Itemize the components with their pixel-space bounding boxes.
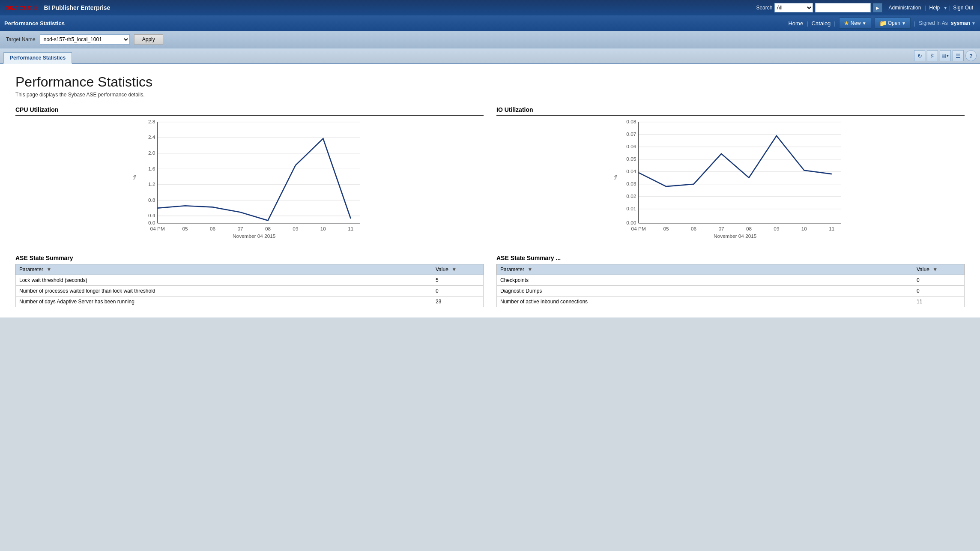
search-input[interactable] — [815, 3, 871, 12]
nav-separator-open: | — [914, 20, 915, 27]
table-row: Lock wait threshold (seconds)5 — [16, 275, 484, 286]
svg-text:%: % — [612, 175, 618, 180]
user-arrow-icon: ▼ — [971, 21, 976, 26]
new-arrow-icon: ▼ — [862, 21, 866, 26]
table1-col1-header[interactable]: Parameter ▼ — [16, 264, 432, 275]
ase-summary-table-2-body: Checkpoints0Diagnostic Dumps0Number of a… — [497, 275, 965, 307]
table-cell: Number of active inbound connections — [497, 296, 913, 307]
svg-text:0.01: 0.01 — [626, 206, 636, 212]
search-label: Search — [756, 5, 772, 11]
table-row: Number of days Adaptive Server has been … — [16, 296, 484, 307]
new-button-label: New — [851, 20, 861, 26]
svg-text:0.8: 0.8 — [148, 197, 155, 203]
col2-sort-icon: ▼ — [451, 267, 457, 273]
svg-text:0.0: 0.0 — [148, 220, 155, 226]
io-chart-svg: 0.08 0.07 0.06 0.05 0.04 0.03 0.02 0.01 … — [496, 117, 965, 242]
search-scope-select[interactable]: All Reports Data Models Folders — [774, 3, 813, 12]
home-button[interactable]: Home — [788, 20, 803, 27]
search-go-button[interactable]: ▶ — [873, 3, 882, 12]
bi-publisher-title: BI Publisher Enterprise — [44, 4, 111, 11]
table-cell: 0 — [913, 286, 965, 296]
io-line — [639, 136, 832, 186]
report-main-title: Performance Statistics — [15, 74, 965, 90]
table-cell: Number of processes waited longer than l… — [16, 286, 432, 296]
open-button-label: Open — [888, 20, 900, 26]
logo-area: ORACLE ® BI Publisher Enterprise — [4, 4, 110, 12]
new-button[interactable]: ★ New ▼ — [839, 18, 871, 29]
charts-section: CPU Utilization 2.8 2.4 2.0 1.6 — [15, 106, 965, 242]
svg-text:06: 06 — [691, 226, 697, 232]
new-icon: ★ — [844, 20, 849, 27]
svg-text:11: 11 — [829, 226, 834, 232]
svg-text:0.4: 0.4 — [148, 213, 155, 219]
nav-separator-home: | — [807, 20, 808, 27]
svg-text:04 PM: 04 PM — [631, 226, 646, 232]
report-tab-icons: ↻ ⎘ ▤▼ ☰ ? — [914, 50, 977, 63]
table2-col2-header[interactable]: Value ▼ — [913, 264, 965, 275]
cpu-chart-title: CPU Utilization — [15, 106, 484, 116]
svg-text:0.07: 0.07 — [626, 131, 636, 137]
table-cell: 0 — [913, 275, 965, 286]
help-link[interactable]: Help — [927, 5, 943, 11]
signed-in-label: Signed In As sysman ▼ — [919, 20, 976, 26]
administration-link[interactable]: Administration — [886, 5, 923, 11]
svg-text:November 04 2015: November 04 2015 — [233, 233, 276, 239]
svg-text:08: 08 — [265, 226, 271, 232]
open-button[interactable]: 📁 Open ▼ — [875, 18, 911, 29]
help-icon-btn[interactable]: ? — [965, 50, 977, 61]
signed-in-user: sysman — [951, 20, 970, 26]
svg-text:0.04: 0.04 — [626, 168, 636, 174]
nav-buttons-group: Home | Catalog | ★ New ▼ 📁 Open ▼ | Sign… — [788, 18, 976, 29]
print-icon-btn[interactable]: ⎘ — [927, 50, 938, 61]
parameter-bar: Target Name nod-s157-rh5_local_1001 Appl… — [0, 31, 980, 48]
oracle-logo: ORACLE ® — [4, 4, 38, 12]
svg-text:2.0: 2.0 — [148, 150, 155, 156]
performance-stats-nav-title: Performance Statistics — [4, 20, 788, 27]
svg-text:0.00: 0.00 — [626, 220, 636, 226]
nav-separator-catalog: | — [834, 20, 835, 27]
table2-col1-header[interactable]: Parameter ▼ — [497, 264, 913, 275]
table-cell: 5 — [432, 275, 484, 286]
cpu-line — [158, 138, 351, 220]
help-arrow-icon: ▼ — [943, 6, 947, 10]
secondary-navigation-bar: Performance Statistics Home | Catalog | … — [0, 15, 980, 31]
apply-button[interactable]: Apply — [134, 34, 163, 45]
report-tab[interactable]: Performance Statistics — [3, 52, 72, 64]
report-content: Performance Statistics This page display… — [0, 64, 980, 317]
refresh-icon-btn[interactable]: ↻ — [914, 50, 925, 61]
svg-text:11: 11 — [348, 226, 353, 232]
svg-text:07: 07 — [718, 226, 724, 232]
svg-text:0.06: 0.06 — [626, 144, 636, 150]
svg-text:05: 05 — [182, 226, 188, 232]
svg-text:05: 05 — [663, 226, 669, 232]
svg-text:0.08: 0.08 — [626, 119, 636, 125]
nav-separator-1: | — [924, 5, 926, 11]
svg-text:0.05: 0.05 — [626, 156, 636, 162]
svg-text:2.8: 2.8 — [148, 119, 155, 125]
list-icon-btn[interactable]: ☰ — [953, 50, 964, 61]
table-row: Diagnostic Dumps0 — [497, 286, 965, 296]
table-row: Number of active inbound connections11 — [497, 296, 965, 307]
ase-summary-table-1: Parameter ▼ Value ▼ Lock wait threshold … — [15, 264, 484, 307]
svg-text:0.03: 0.03 — [626, 181, 636, 187]
svg-text:10: 10 — [801, 226, 807, 232]
search-area: Search All Reports Data Models Folders ▶ — [756, 3, 882, 12]
ase-summary-table-1-body: Lock wait threshold (seconds)5Number of … — [16, 275, 484, 307]
signout-link[interactable]: Sign Out — [950, 5, 976, 11]
svg-text:0.02: 0.02 — [626, 193, 636, 199]
top-nav-links: Administration | Help ▼ | Sign Out — [886, 5, 976, 11]
table-row: Checkpoints0 — [497, 275, 965, 286]
table1-col2-header[interactable]: Value ▼ — [432, 264, 484, 275]
report-subtitle: This page displays the Sybase ASE perfor… — [15, 92, 965, 98]
table-cell: Number of days Adaptive Server has been … — [16, 296, 432, 307]
svg-text:10: 10 — [320, 226, 326, 232]
table-cell: Lock wait threshold (seconds) — [16, 275, 432, 286]
target-name-select[interactable]: nod-s157-rh5_local_1001 — [40, 34, 130, 45]
table2-col2-sort-icon: ▼ — [932, 267, 938, 273]
folder-icon: 📁 — [879, 20, 887, 27]
svg-text:09: 09 — [293, 226, 298, 232]
view-icon-btn[interactable]: ▤▼ — [940, 50, 951, 61]
tables-section: ASE State Summary Parameter ▼ Value ▼ — [15, 255, 965, 307]
catalog-button[interactable]: Catalog — [812, 20, 831, 27]
ase-summary-title-1: ASE State Summary — [15, 255, 484, 261]
